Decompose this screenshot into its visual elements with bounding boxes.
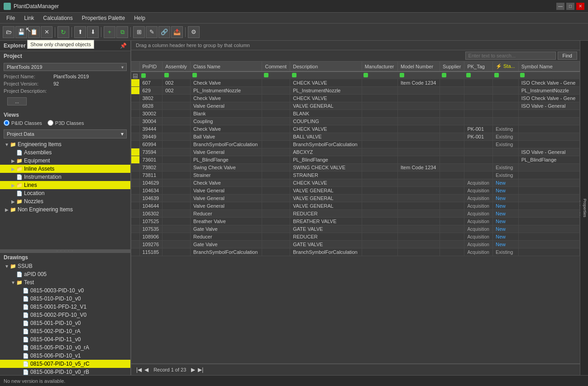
filter-pnpid[interactable] [139, 71, 163, 79]
col-pnpid[interactable]: PnPID [139, 62, 163, 71]
expander-ssub-icon[interactable]: ▼ [4, 264, 10, 269]
col-classname[interactable]: Class Name [191, 62, 262, 71]
tree-item-nozzles[interactable]: ▶ 📁 Nozzles [0, 197, 130, 205]
filter-manufacturer[interactable] [362, 71, 397, 79]
radio-pid-input[interactable] [4, 120, 10, 126]
tree-item-d7[interactable]: 📄 0815-004-PID-11_v0 [0, 335, 130, 343]
close-button[interactable]: ✕ [576, 3, 584, 10]
filter-modelnumber[interactable] [398, 71, 440, 79]
menu-file[interactable]: File [2, 14, 19, 22]
tree-item-d11[interactable]: 📄 0815-008-PID-10_v0_rB [0, 368, 130, 375]
tree-item-instrumentation[interactable]: 📄 Instrumentation [0, 173, 130, 181]
filter-classname[interactable] [191, 71, 262, 79]
col-description[interactable]: Description [290, 62, 362, 71]
toolbar-add[interactable]: + [104, 26, 115, 38]
tree-item-d4[interactable]: 📄 0815-0002-PFD-10_V0 [0, 311, 130, 319]
table-row[interactable]: 104639Valve GeneralVALVE GENERALAcquisit… [131, 195, 580, 202]
filter-description[interactable] [290, 71, 362, 79]
expander-inline-icon[interactable]: ▶ [10, 167, 16, 172]
col-modelnumber[interactable]: Model Number [398, 62, 440, 71]
toolbar-refresh[interactable]: ↻ [57, 26, 69, 38]
expander-lines-icon[interactable]: ▶ [10, 183, 16, 188]
col-supplier[interactable]: Supplier [440, 62, 464, 71]
filter-toggle-icon[interactable]: — [133, 74, 138, 78]
toolbar-settings[interactable]: ⚙ [188, 26, 200, 38]
table-row[interactable]: 104644Valve GeneralVALVE GENERALAcquisit… [131, 202, 580, 210]
col-comment[interactable]: Comment [262, 62, 290, 71]
sidebar-properties-label[interactable]: Properties [582, 195, 588, 221]
find-button[interactable]: Find [558, 52, 577, 60]
radio-p3d-input[interactable] [48, 120, 53, 126]
toolbar-filter[interactable]: ⊞ [133, 26, 145, 38]
toolbar-export2[interactable]: 📤 [171, 26, 183, 38]
toolbar-saveas[interactable]: 📋 [28, 26, 40, 38]
table-row[interactable]: 73601PL_BlindFlangePL_BlindFlangePL_Blin… [131, 156, 580, 164]
table-row[interactable]: 629002PL_InstrumentNozzlePL_InstrumentNo… [131, 87, 580, 95]
tree-item-engineering[interactable]: ▼ 📁 Engineering Items [0, 140, 130, 148]
table-row[interactable]: 3802Check ValveCHECK VALVEISO Check Valv… [131, 95, 580, 102]
filter-symbolname[interactable] [518, 71, 579, 79]
filter-supplier[interactable] [440, 71, 464, 79]
tree-item-d6[interactable]: 📄 0815-002-PID-10_rA [0, 327, 130, 335]
tree-item-d8[interactable]: 📄 0815-005-PID-10_v0_rA [0, 343, 130, 352]
tree-item-non-engineering[interactable]: ▶ 📁 Non Engineering Items [0, 205, 130, 214]
minimize-button[interactable]: — [556, 3, 564, 10]
tree-item-test[interactable]: ▼ 📁 Test [0, 278, 130, 286]
tree-item-d1[interactable]: 📄 0815-0003-PID-10_v0 [0, 286, 130, 295]
table-row[interactable]: 115185BranchSymbolForCalculationBranchSy… [131, 248, 580, 256]
search-input[interactable] [465, 52, 556, 60]
radio-pid-classes[interactable]: P&ID Classes [4, 120, 42, 126]
project-tree[interactable]: ▼ 📁 Engineering Items 📄 Assemblies ▶ 📁 E… [0, 140, 130, 249]
tree-item-d3[interactable]: 📄 0815-0001-PFD-12_V1 [0, 303, 130, 311]
toolbar-link[interactable]: 🔗 [158, 26, 170, 38]
filter-status[interactable] [492, 71, 518, 79]
table-row[interactable]: 107525Breather ValveBREATHER VALVEAcquis… [131, 218, 580, 225]
table-row[interactable]: 39449Ball ValveBALL VALVEPK-001Existing [131, 133, 580, 141]
table-row[interactable]: 106302ReducerREDUCERAcquisitionNew [131, 210, 580, 218]
table-row[interactable]: 107535Gate ValveGATE VALVEAcquisitionNew [131, 225, 580, 233]
nav-prev-button[interactable]: ◀ [143, 367, 150, 373]
table-row[interactable]: 607002Check ValveCHECK VALVEItem Code 12… [131, 79, 580, 87]
col-symbolname[interactable]: Symbol Name [518, 62, 579, 71]
menu-link[interactable]: Link [19, 14, 38, 22]
menu-calculations[interactable]: Calculations [38, 14, 77, 22]
radio-p3d-classes[interactable]: P3D Classes [48, 120, 84, 126]
toolbar-edit[interactable]: ✎ [146, 26, 158, 38]
filter-assembly[interactable] [163, 71, 191, 79]
toolbar-open[interactable]: 🗁 [3, 26, 14, 38]
toolbar-import[interactable]: ⬆ [74, 26, 86, 38]
table-row[interactable]: 104629Check ValveCHECK VALVEAcquisitionN… [131, 179, 580, 187]
tree-item-d10[interactable]: 📄 0815-007-PID-10_v5_rC [0, 360, 130, 368]
col-mark[interactable] [131, 62, 139, 71]
tree-item-d9[interactable]: 📄 0815-006-PID-10_v1 [0, 352, 130, 360]
toolbar-addmulti[interactable]: ⧉ [116, 26, 128, 38]
tree-item-d5[interactable]: 📄 0815-001-PID-10_v0 [0, 319, 130, 327]
tree-dropdown[interactable]: Project Data ▾ [4, 129, 127, 138]
expander-test-icon[interactable]: ▼ [10, 280, 16, 285]
filter-comment[interactable] [262, 71, 290, 79]
horizontal-scrollbar[interactable] [205, 370, 576, 370]
table-row[interactable]: 109276Gate ValveGATE VALVEAcquisitionNew [131, 241, 580, 248]
pin-button[interactable]: 📌 [120, 43, 127, 49]
tree-item-d2[interactable]: 📄 0815-010-PID-10_v0 [0, 295, 130, 303]
toolbar-close[interactable]: ✕ [41, 26, 53, 38]
maximize-button[interactable]: □ [566, 3, 574, 10]
filter-pktag[interactable] [464, 71, 493, 79]
data-grid[interactable]: PnPID Assembly Class Name Comment Descri… [131, 62, 580, 363]
nav-next-button[interactable]: ▶ [190, 367, 196, 373]
col-manufacturer[interactable]: Manufacturer [362, 62, 397, 71]
expander-equipment-icon[interactable]: ▶ [10, 158, 16, 163]
table-row[interactable]: 104634Valve GeneralVALVE GENERALAcquisit… [131, 187, 580, 195]
table-row[interactable]: 39444Check ValveCHECK VALVEPK-001Existin… [131, 125, 580, 133]
toolbar-export[interactable]: ⬇ [87, 26, 99, 38]
col-pk-tag[interactable]: PK_Tag [464, 62, 493, 71]
col-assembly[interactable]: Assembly [163, 62, 191, 71]
expander-non-eng-icon[interactable]: ▶ [4, 207, 10, 212]
tree-item-apid005[interactable]: 📄 aPID 005 [0, 270, 130, 278]
tree-item-lines[interactable]: ▶ 📁 Lines [0, 181, 130, 189]
table-row[interactable]: 30004CouplingCOUPLING [131, 118, 580, 125]
tree-item-inline-assets[interactable]: ▶ 📁 Inline Assets [0, 165, 130, 173]
table-row[interactable]: 6828Valve GeneralVALVE GENERALISO Valve … [131, 102, 580, 110]
nav-last-button[interactable]: ▶| [196, 367, 205, 373]
tree-item-equipment[interactable]: ▶ 📁 Equipment [0, 157, 130, 165]
